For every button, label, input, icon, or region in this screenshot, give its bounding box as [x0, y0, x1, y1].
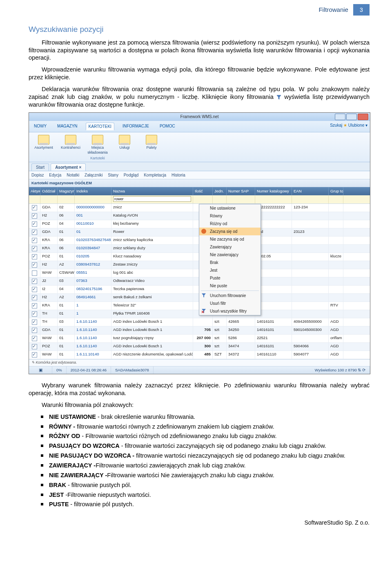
col-header[interactable]: Jedn.: [213, 187, 227, 195]
checkbox[interactable]: [32, 254, 37, 259]
col-header[interactable]: Ilość: [193, 187, 213, 195]
menu-item[interactable]: Jest: [199, 266, 261, 274]
table-row[interactable]: POZ011.6.10.1140AGD index Lodowki Bosch …: [29, 343, 370, 351]
checkbox[interactable]: [32, 336, 37, 341]
ribbon-item[interactable]: Kontrahenci: [59, 135, 82, 155]
menu-item[interactable]: Brak: [199, 259, 261, 266]
checkbox[interactable]: [32, 213, 37, 219]
checkbox[interactable]: [32, 287, 37, 292]
favorites-label[interactable]: Ulubione: [348, 123, 364, 127]
ribbon-item[interactable]: Asortyment: [32, 135, 55, 155]
checkbox[interactable]: [32, 262, 37, 268]
checkbox[interactable]: [32, 328, 37, 333]
menu-item[interactable]: Puste: [199, 274, 261, 282]
menu-item[interactable]: INFORMACJE: [120, 123, 151, 130]
filter-context-menu: Nie ustawione Równy Różny od Zaczyna się…: [199, 204, 261, 315]
funnel-icon: [201, 293, 206, 298]
menu-action[interactable]: Uruchom filtrowanie: [199, 292, 261, 299]
table-row[interactable]: WAW011.6.11.10140AGD niszczenie dokument…: [29, 351, 370, 359]
menu-action[interactable]: Usuń wszystkie filtry: [199, 307, 261, 315]
checkbox[interactable]: [32, 344, 37, 349]
col-header[interactable]: Magazyn: [58, 187, 75, 195]
toolbar-item[interactable]: Edycja: [49, 173, 61, 177]
edit-note: ✎ Komórka jest edytowana.: [29, 359, 370, 366]
bullet-item: NIE USTAWIONE - brak określenie warunku …: [49, 413, 370, 421]
bullet-item: RÓŻNY OD - Filtrowanie wartości różnych …: [49, 432, 370, 440]
col-header[interactable]: Numer katalogowy: [255, 187, 292, 195]
status-user: SADAMadasie3078: [111, 366, 154, 374]
checkbox[interactable]: [32, 205, 37, 210]
checkbox[interactable]: [32, 238, 37, 243]
table-row[interactable]: GDA011.6.10.1140AGD index Lodowki Bosch …: [29, 326, 370, 335]
toolbar-item[interactable]: Kompletacja: [144, 173, 166, 177]
col-header[interactable]: Aktywne: [29, 187, 40, 195]
menu-item-selected[interactable]: Zaczyna się od: [199, 228, 261, 235]
svg-marker-0: [277, 95, 281, 99]
grid-header: Aktywne Oddział Magazyn Indeks Nazwa Ilo…: [29, 187, 370, 195]
menubar: NOWY MAGAZYN KARTOTEKI INFORMACJE POMOC …: [29, 121, 370, 132]
checkbox[interactable]: [32, 311, 37, 317]
menu-item[interactable]: Nie ustawione: [199, 204, 261, 212]
tab-start[interactable]: Start: [31, 163, 49, 171]
folder-icon: [146, 135, 157, 145]
menu-item[interactable]: Różny od: [199, 220, 261, 228]
toolbar-item[interactable]: Podgląd: [124, 173, 139, 177]
toolbar-item[interactable]: Załączniki: [85, 173, 102, 177]
col-header[interactable]: Grup towaro: [329, 187, 343, 195]
menu-item[interactable]: Nie puste: [199, 282, 261, 290]
paragraph-2: Wprowadzenie warunku filtrowania wymaga …: [29, 66, 370, 81]
window-title: Framework WMS.net: [180, 114, 219, 119]
page-header: Filtrowanie 3: [29, 0, 370, 16]
bullet-item: NIE PASUJĄCY DO WZORCA - filtrowanie war…: [49, 452, 370, 460]
menu-item[interactable]: MAGAZYN: [55, 123, 80, 130]
ribbon-item[interactable]: Usługi: [113, 135, 136, 155]
checkbox[interactable]: [32, 303, 37, 308]
statusbar: ▣ 0% 2012-04-21 08:26:46 SADAMadasie3078…: [29, 366, 370, 374]
search-label[interactable]: Szukaj: [330, 123, 342, 127]
checkbox[interactable]: [32, 352, 37, 358]
checkbox[interactable]: [32, 320, 37, 325]
minimize-button[interactable]: [335, 114, 345, 120]
col-header[interactable]: Numer SAP: [227, 187, 255, 195]
toolbar-item[interactable]: Stany: [108, 173, 118, 177]
bullet-item: PASUJĄCY DO WZORCA - filtrowanie wartośc…: [49, 442, 370, 450]
status-timestamp: 2012-04-21 08:26:46: [67, 366, 111, 374]
menu-item[interactable]: Zawierający: [199, 243, 261, 251]
menu-item[interactable]: NOWY: [31, 123, 49, 130]
toolbar-item[interactable]: Dopisz: [31, 173, 44, 177]
bullet-list: NIE USTAWIONE - brak określenie warunku …: [29, 413, 370, 508]
col-header[interactable]: Indeks: [75, 187, 111, 195]
checkbox[interactable]: [32, 295, 37, 300]
menu-item[interactable]: POMOC: [157, 123, 178, 130]
checkbox[interactable]: [32, 270, 37, 276]
funnel-x-icon: [201, 308, 206, 313]
checkbox[interactable]: [32, 230, 37, 235]
tab-asortyment[interactable]: Asortyment ×: [51, 163, 86, 171]
ribbon-group: Asortyment Kontrahenci Miejsca składowan…: [32, 135, 163, 161]
ribbon-item[interactable]: Miejsca składowania: [86, 135, 109, 155]
checkbox[interactable]: [32, 279, 37, 284]
col-header[interactable]: EAN: [292, 187, 329, 195]
folder-icon: [38, 135, 49, 145]
toolbar-item[interactable]: Historia: [172, 173, 185, 177]
menu-item[interactable]: Nie zaczyna się od: [199, 235, 261, 243]
menu-item[interactable]: Nie zawierający: [199, 251, 261, 259]
folder-icon: [92, 135, 103, 145]
checkbox[interactable]: [32, 246, 37, 251]
app-screenshot: Framework WMS.net NOWY MAGAZYN KARTOTEKI…: [29, 112, 370, 374]
close-button[interactable]: [358, 114, 368, 120]
table-row[interactable]: WAW011.6.10.1140tusz pogrubiający rzęsy2…: [29, 335, 370, 343]
checkbox[interactable]: [32, 221, 37, 227]
menu-action[interactable]: Usuń filtr: [199, 299, 261, 307]
maximize-button[interactable]: [346, 114, 357, 120]
col-header[interactable]: Nazwa: [111, 187, 193, 195]
status-icon: ▣: [29, 366, 52, 374]
filter-input-nazwa[interactable]: [113, 196, 191, 202]
col-header[interactable]: Oddział: [40, 187, 58, 195]
ribbon-item[interactable]: Palety: [140, 135, 163, 155]
toolbar-item[interactable]: Notatki: [67, 173, 79, 177]
menu-item[interactable]: Równy: [199, 212, 261, 220]
menu-item-active[interactable]: KARTOTEKI: [86, 123, 114, 130]
table-row[interactable]: TH031.6.10.1140AGD index Lodówki Bosch 1…: [29, 318, 370, 326]
bullet-item: ZAWIERAJĄCY -Filtrowanie wartości zawier…: [49, 462, 370, 469]
